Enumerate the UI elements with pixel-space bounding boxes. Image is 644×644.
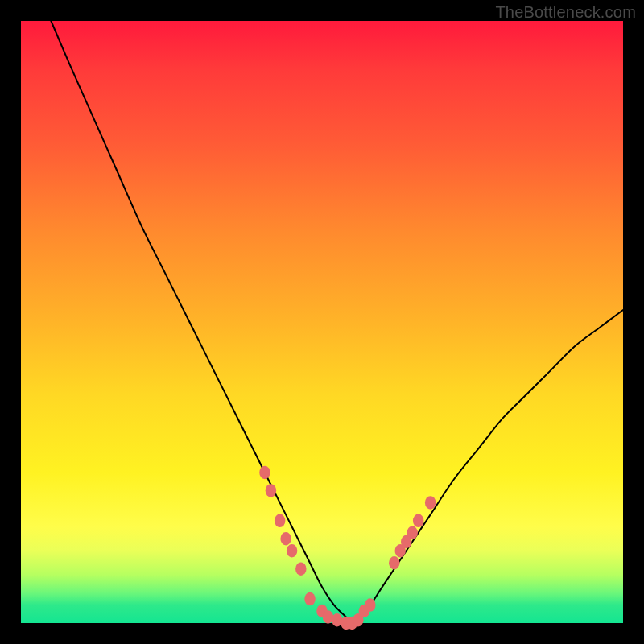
curve-marker (266, 484, 276, 497)
bottleneck-curve (51, 21, 623, 623)
curve-marker (389, 556, 399, 569)
chart-frame: TheBottleneck.com (0, 0, 644, 644)
watermark-text: TheBottleneck.com (495, 3, 636, 22)
curve-marker (287, 544, 297, 557)
curve-marker (280, 532, 291, 545)
curve-marker (413, 514, 423, 527)
curve-markers (259, 466, 436, 630)
curve-marker (295, 562, 306, 575)
curve-marker (407, 526, 417, 539)
curve-marker (275, 514, 285, 527)
curve-marker (304, 592, 315, 605)
curve-marker (425, 496, 436, 509)
plot-area (21, 21, 623, 623)
curve-marker (365, 598, 375, 611)
bottleneck-curve-svg (21, 21, 623, 623)
curve-marker (259, 466, 270, 479)
